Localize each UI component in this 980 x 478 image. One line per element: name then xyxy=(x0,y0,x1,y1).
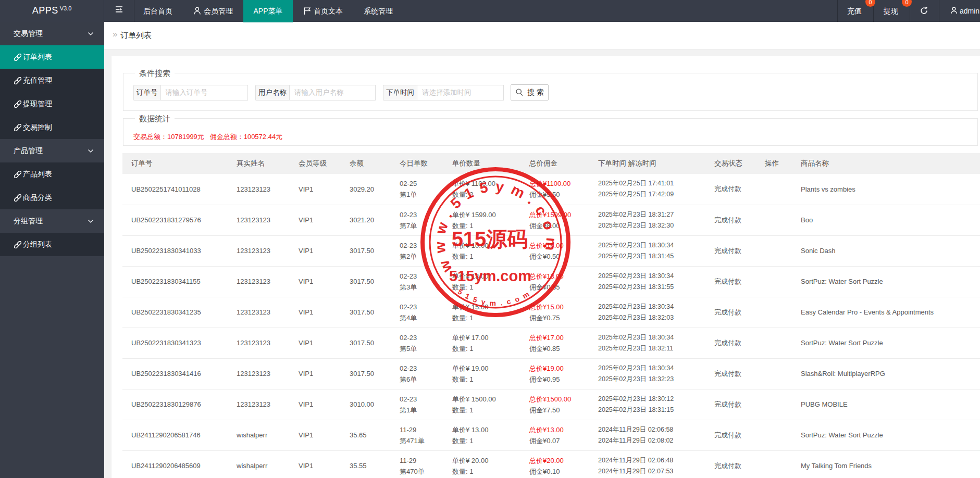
svg-text:515源码: 515源码 xyxy=(452,228,528,250)
svg-text:515ym.com: 515ym.com xyxy=(449,268,531,284)
svg-text:www.515ym.com: www.515ym.com xyxy=(431,178,560,275)
svg-text:515ym.com: 515ym.com xyxy=(456,287,535,307)
